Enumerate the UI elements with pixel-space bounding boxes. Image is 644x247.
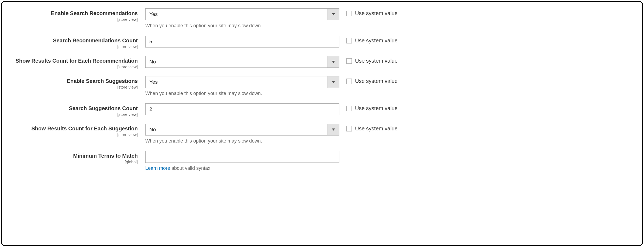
field-scope: [store view] [11,112,138,117]
use-system-value-checkbox[interactable] [346,106,352,111]
select-enable-suggestions-input[interactable] [145,76,339,88]
use-system-value-checkbox[interactable] [346,38,352,43]
row-recommendations-count: Search Recommendations Count [store view… [11,36,633,49]
control-col: Learn more about valid syntax. [145,151,339,171]
field-scope: [store view] [11,132,138,137]
label-col: Enable Search Recommendations [store vie… [11,8,145,22]
use-system-value-label: Use system value [355,10,398,16]
post-col: Use system value [339,36,398,44]
field-scope: [global] [11,160,138,164]
row-enable-recommendations: Enable Search Recommendations [store vie… [11,8,633,29]
select-show-sug-results-count-input[interactable] [145,124,339,136]
label-col: Search Recommendations Count [store view… [11,36,145,49]
field-label: Search Recommendations Count [11,37,138,44]
field-label: Enable Search Suggestions [11,78,138,84]
use-system-value-label: Use system value [355,105,398,111]
field-scope: [store view] [11,44,138,49]
select-enable-suggestions[interactable] [145,76,339,88]
row-suggestions-count: Search Suggestions Count [store view] Us… [11,103,633,117]
use-system-value-checkbox[interactable] [346,11,352,16]
use-system-value-label: Use system value [355,38,398,44]
select-show-rec-results-count[interactable] [145,56,339,68]
hint-tail: about valid syntax. [170,165,212,171]
select-show-sug-results-count[interactable] [145,124,339,136]
post-col: Use system value [339,103,398,111]
select-enable-recommendations-input[interactable] [145,8,339,20]
label-col: Show Results Count for Each Recommendati… [11,56,145,69]
control-col: When you enable this option your site ma… [145,124,339,144]
hint-text: When you enable this option your site ma… [145,91,339,96]
use-system-value-label: Use system value [355,126,398,132]
input-min-terms[interactable] [145,151,339,163]
field-scope: [store view] [11,17,138,22]
row-show-rec-results-count: Show Results Count for Each Recommendati… [11,56,633,69]
field-scope: [store view] [11,65,138,69]
row-min-terms: Minimum Terms to Match [global] Learn mo… [11,151,633,171]
label-col: Enable Search Suggestions [store view] [11,76,145,89]
field-label: Search Suggestions Count [11,105,138,111]
field-label: Show Results Count for Each Recommendati… [11,57,138,64]
use-system-value-checkbox[interactable] [346,126,352,131]
input-recommendations-count[interactable] [145,36,339,48]
learn-more-link[interactable]: Learn more [145,165,170,171]
label-col: Minimum Terms to Match [global] [11,151,145,164]
field-label: Minimum Terms to Match [11,153,138,159]
hint-text: When you enable this option your site ma… [145,138,339,144]
label-col: Show Results Count for Each Suggestion [… [11,124,145,137]
field-label: Show Results Count for Each Suggestion [11,125,138,132]
field-scope: [store view] [11,85,138,89]
input-suggestions-count[interactable] [145,103,339,115]
hint-text: When you enable this option your site ma… [145,23,339,29]
post-col: Use system value [339,8,398,16]
row-show-sug-results-count: Show Results Count for Each Suggestion [… [11,124,633,144]
select-show-rec-results-count-input[interactable] [145,56,339,68]
control-col: When you enable this option your site ma… [145,76,339,96]
row-enable-suggestions: Enable Search Suggestions [store view] W… [11,76,633,96]
label-col: Search Suggestions Count [store view] [11,103,145,117]
control-col [145,36,339,48]
post-col: Use system value [339,124,398,132]
control-col [145,103,339,115]
config-form-panel: Enable Search Recommendations [store vie… [1,1,643,246]
select-enable-recommendations[interactable] [145,8,339,20]
control-col [145,56,339,68]
post-col: Use system value [339,76,398,84]
use-system-value-checkbox[interactable] [346,79,352,84]
use-system-value-label: Use system value [355,78,398,84]
hint-text: Learn more about valid syntax. [145,165,339,171]
post-col [339,151,346,153]
field-label: Enable Search Recommendations [11,10,138,16]
use-system-value-checkbox[interactable] [346,58,352,64]
post-col: Use system value [339,56,398,64]
control-col: When you enable this option your site ma… [145,8,339,29]
use-system-value-label: Use system value [355,58,398,64]
